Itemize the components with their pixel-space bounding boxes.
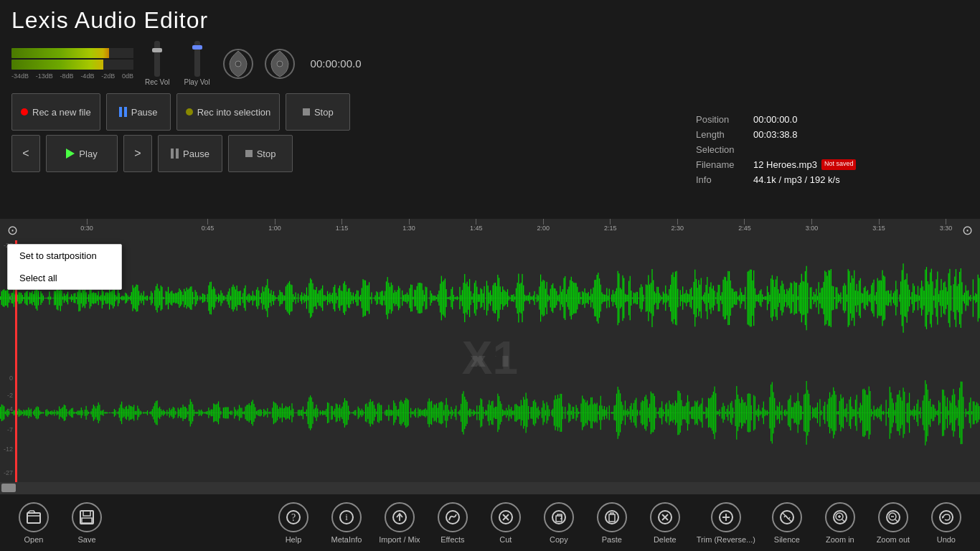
svg-point-3	[277, 61, 283, 67]
help-label: Help	[286, 535, 302, 544]
prev-icon: <	[22, 147, 29, 160]
trim-icon	[711, 502, 741, 532]
svg-rect-22	[609, 514, 615, 522]
trim-label: Trim (Reverse...)	[697, 535, 755, 544]
info-panel: Position 00:00:00.0 Length 00:03:38.8 Se…	[696, 112, 969, 187]
position-value: 00:00:00.0	[753, 114, 797, 125]
copy-label: Copy	[550, 535, 568, 544]
copy-icon	[544, 502, 574, 532]
save-button[interactable]: Save	[65, 502, 108, 544]
scrollbar-thumb[interactable]	[1, 484, 16, 492]
length-value: 00:03:38.8	[753, 129, 797, 140]
position-row: Position 00:00:00.0	[696, 112, 969, 127]
bottom-toolbar: Open Save ? Help i MetaInfo Import / Mix…	[0, 494, 980, 551]
filename-row: Filename 12 Heroes.mp3 Not saved	[696, 157, 969, 172]
svg-rect-11	[82, 518, 92, 523]
fan-controls: 00:00:00.0	[222, 47, 362, 80]
pause-button[interactable]: Pause	[106, 93, 171, 131]
transport-controls: Rec a new file Pause Rec into selection …	[0, 89, 980, 135]
vol-controls: Rec Vol Play Vol	[145, 41, 210, 86]
pause-button-2[interactable]: Pause	[158, 135, 222, 172]
metainfo-button[interactable]: i MetaInfo	[325, 502, 368, 544]
rec-dot-icon	[21, 108, 28, 116]
pause-label-2: Pause	[183, 149, 209, 159]
effects-icon	[438, 502, 468, 532]
effects-label: Effects	[440, 535, 464, 544]
rec-into-selection-button[interactable]: Rec into selection	[176, 93, 281, 131]
open-button[interactable]: Open	[12, 502, 55, 544]
svg-point-1	[235, 61, 241, 67]
svg-line-26	[783, 513, 791, 522]
metainfo-icon: i	[331, 502, 362, 532]
waveform-container: ⊙ ⊙ 0:30 0:45 1:00 1:15 1:30 1:45 2:00 2…	[0, 219, 980, 494]
zoom-in-button[interactable]: Zoom in	[819, 502, 862, 544]
undo-label: Undo	[937, 535, 956, 544]
paste-button[interactable]: Paste	[590, 502, 633, 544]
open-icon	[19, 502, 49, 532]
prev-button[interactable]: <	[11, 135, 40, 172]
info-row: Info 44.1k / mp3 / 192 k/s	[696, 172, 969, 187]
next-icon: >	[134, 147, 141, 160]
selection-row: Selection	[696, 142, 969, 157]
save-label: Save	[77, 535, 95, 544]
rec-sel-dot-icon	[186, 108, 193, 116]
rec-vol-control[interactable]: Rec Vol	[145, 41, 169, 86]
cut-button[interactable]: Cut	[484, 502, 527, 544]
info-value: 44.1k / mp3 / 192 k/s	[753, 174, 840, 185]
cut-icon	[491, 502, 521, 532]
zoom-out-label: Zoom out	[877, 535, 910, 544]
vu-labels: -34dB -13dB -8dB -4dB -2dB 0dB	[11, 72, 133, 80]
undo-button[interactable]: Undo	[925, 502, 968, 544]
rec-vol-label: Rec Vol	[145, 78, 169, 86]
stop-label-2: Stop	[257, 149, 276, 159]
import-mix-icon	[385, 502, 415, 532]
help-icon: ?	[278, 502, 308, 532]
paste-label: Paste	[602, 535, 622, 544]
filename-value: 12 Heroes.mp3	[753, 159, 817, 170]
waveform-canvas[interactable]: -27 0 -2 -4 -7 -12 -27 X1	[0, 240, 980, 482]
position-label: Position	[696, 114, 753, 125]
context-menu: Set to startposition Select all	[7, 244, 122, 290]
svg-text:?: ?	[291, 512, 296, 523]
selection-label: Selection	[696, 144, 753, 155]
stop-button-1[interactable]: Stop	[286, 93, 350, 131]
play-vol-control[interactable]: Play Vol	[184, 41, 209, 86]
help-button[interactable]: ? Help	[272, 502, 315, 544]
play-label: Play	[79, 149, 97, 159]
ctx-set-startposition[interactable]: Set to startposition	[8, 245, 121, 267]
rec-into-selection-label: Rec into selection	[197, 107, 271, 118]
play-fan-icon[interactable]	[263, 47, 296, 80]
copy-button[interactable]: Copy	[537, 502, 580, 544]
delete-icon	[650, 502, 680, 532]
info-label: Info	[696, 174, 753, 185]
not-saved-badge: Not saved	[821, 159, 857, 170]
delete-button[interactable]: Delete	[644, 502, 687, 544]
rec-new-button[interactable]: Rec a new file	[11, 93, 100, 131]
paste-icon	[597, 502, 627, 532]
pause-label: Pause	[131, 107, 158, 118]
open-label: Open	[24, 535, 44, 544]
timestamp: 00:00:00.0	[311, 57, 362, 70]
stop-button-2[interactable]: Stop	[228, 135, 293, 172]
trim-button[interactable]: Trim (Reverse...)	[697, 502, 755, 544]
ctx-select-all[interactable]: Select all	[8, 267, 121, 289]
rec-new-label: Rec a new file	[32, 107, 91, 118]
length-label: Length	[696, 129, 753, 140]
vu-bar-left	[11, 48, 133, 58]
timeline: ⊙ ⊙ 0:30 0:45 1:00 1:15 1:30 1:45 2:00 2…	[0, 219, 980, 240]
stop-sq-icon-1	[303, 108, 310, 116]
silence-button[interactable]: Silence	[765, 502, 809, 544]
effects-button[interactable]: Effects	[431, 502, 474, 544]
record-fan-icon[interactable]	[222, 47, 255, 80]
save-icon	[72, 502, 102, 532]
zoom-out-button[interactable]: Zoom out	[872, 502, 915, 544]
play-button[interactable]: Play	[46, 135, 118, 172]
zoom-in-icon	[825, 502, 855, 532]
import-mix-label: Import / Mix	[379, 535, 420, 544]
import-mix-button[interactable]: Import / Mix	[378, 502, 421, 544]
zoom-in-label: Zoom in	[826, 535, 854, 544]
scrollbar[interactable]	[0, 482, 980, 494]
app-header: Lexis Audio Editor	[0, 0, 980, 38]
play-tri-icon	[66, 149, 75, 159]
next-button[interactable]: >	[123, 135, 152, 172]
